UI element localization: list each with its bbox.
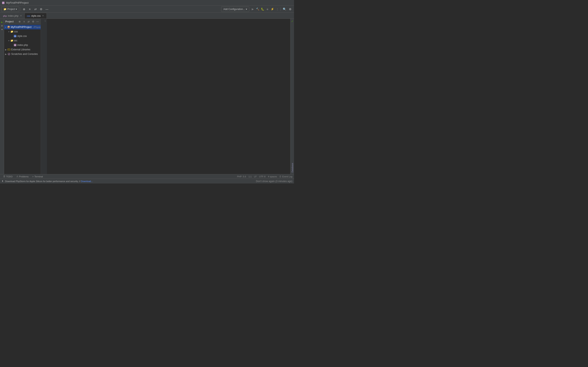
run-controls: ▶ 🔨 🐛 ◈ ⚡ ⋮ — [251, 7, 279, 11]
editor-body: 1 — [41, 19, 290, 174]
terminal-icon: > — [32, 175, 34, 178]
svg-text:P: P — [3, 2, 4, 4]
tab-php-icon: php — [3, 15, 7, 17]
tree-item-css-folder[interactable]: ▾ 📁 css — [4, 29, 41, 34]
event-log-icon: 🗒 — [279, 175, 282, 178]
editor-code[interactable] — [47, 19, 290, 174]
project-folder-icon: 📁 — [3, 8, 7, 11]
line-col-status[interactable]: 1:1 — [249, 175, 251, 178]
external-libs-icon — [7, 48, 11, 51]
editor-area: 1 — [41, 19, 290, 174]
main-toolbar: 📁 Project ▾ ⊕ ≡ ⇄ ⚙ — Add Configuration.… — [0, 6, 294, 13]
app-icon: P — [2, 1, 5, 4]
src-folder-label: src — [14, 39, 17, 42]
tab-index-php-close[interactable]: ✕ — [19, 15, 22, 17]
right-sidebar: ✓ Database — [290, 19, 294, 174]
tab-index-php[interactable]: php index.php ✕ — [1, 13, 25, 18]
terminal-tab[interactable]: > Terminal — [31, 174, 44, 179]
tab-css-icon: css — [27, 15, 30, 17]
bottom-toolbar: ☰ TODO ⚠ Problems > Terminal PHP: 5.6 1:… — [0, 174, 294, 179]
toggle-btn[interactable]: ⇄ — [33, 7, 38, 12]
tree-item-external-libraries[interactable]: ▶ External Libraries — [4, 47, 41, 52]
run-btn[interactable]: ▶ — [251, 7, 255, 11]
structure-panel-icon[interactable]: ⊞ — [0, 24, 4, 27]
panel-settings-btn[interactable]: ⚙ — [31, 20, 35, 24]
project-dropdown-label: Project ▾ — [7, 8, 17, 11]
scope-btn[interactable]: ⊕ — [21, 7, 27, 12]
project-panel-icon[interactable]: ▶ — [0, 20, 4, 24]
tree-item-src-folder[interactable]: ▾ 📁 src — [4, 38, 41, 43]
terminal-label: Terminal — [34, 175, 43, 178]
css-folder-label: css — [14, 30, 18, 33]
project-root-path: ~/PhpstormProjects/MyFirst… — [32, 26, 41, 28]
css-folder-icon: 📁 — [10, 30, 13, 33]
coverage-btn[interactable]: ◈ — [265, 7, 270, 11]
src-folder-icon: 📁 — [10, 39, 13, 42]
title-bar: P MyFirstPHPProject — [0, 0, 294, 6]
tree-item-project-root[interactable]: ▾ 📦 MyFirstPHPProject ~/PhpstormProjects… — [4, 25, 41, 29]
panel-expand-btn[interactable]: ⇄ — [27, 20, 30, 24]
project-tree: ▾ 📦 MyFirstPHPProject ~/PhpstormProjects… — [4, 25, 41, 174]
panel-close-btn[interactable]: — — [36, 20, 39, 24]
scratches-consoles-label: Scratches and Consoles — [11, 53, 38, 55]
css-folder-chevron: ▾ — [7, 31, 10, 33]
debug-btn[interactable]: 🐛 — [260, 7, 265, 11]
toolbar-sep-1 — [20, 7, 20, 11]
external-libraries-label: External Libraries — [11, 48, 30, 51]
index-php-file-icon: PHP — [13, 43, 17, 47]
project-root-icon: 📦 — [7, 25, 10, 29]
hide-panel-btn[interactable]: — — [44, 7, 50, 12]
tree-item-index-php[interactable]: PHP index.php — [4, 43, 41, 47]
project-dropdown[interactable]: 📁 Project ▾ — [1, 7, 19, 12]
problems-label: Problems — [19, 175, 29, 178]
database-panel-label[interactable]: Database — [291, 161, 294, 174]
tab-style-css-close[interactable]: ✕ — [42, 15, 44, 17]
favorites-panel-icon[interactable]: ★ — [0, 28, 4, 31]
notification-message: Download PhpStorm for Apple Silicon for … — [5, 180, 80, 183]
panel-collapse-btn[interactable]: ≡ — [22, 20, 26, 24]
window-title: MyFirstPHPProject — [6, 1, 29, 4]
indent-status[interactable]: 4 spaces — [268, 175, 277, 178]
project-root-label: MyFirstPHPProject — [11, 26, 31, 29]
event-log-label: Event Log — [282, 175, 292, 178]
more-run-btn[interactable]: ⋮ — [275, 7, 279, 11]
tree-item-scratches[interactable]: ▶ Scratches and Consoles — [4, 52, 41, 56]
notification-bar: ⬇ Download PhpStorm for Apple Silicon fo… — [0, 179, 294, 184]
search-everywhere-btn[interactable]: 🔍 — [282, 7, 287, 12]
project-panel-title: Project — [5, 20, 17, 23]
editor-tabs: php index.php ✕ css style.css ✕ — [0, 13, 294, 19]
svg-rect-6 — [8, 49, 10, 50]
panel-scope-btn[interactable]: ⊕ — [18, 20, 21, 24]
event-log-status[interactable]: 🗒 Event Log — [279, 175, 292, 178]
notification-dismiss-btn[interactable]: Don't show again (3 minutes ago) — [256, 180, 292, 183]
settings-btn[interactable]: ⚙ — [39, 7, 44, 12]
style-css-file-icon: CSS — [13, 34, 17, 38]
notification-download-link[interactable]: Download... — [81, 180, 93, 183]
profile-btn[interactable]: ⚡ — [270, 7, 275, 11]
todo-tab[interactable]: ☰ TODO — [2, 174, 14, 179]
php-version-status[interactable]: PHP: 5.6 — [237, 175, 246, 178]
tab-style-css-label: style.css — [31, 15, 41, 17]
problems-icon: ⚠ — [16, 175, 18, 178]
config-dropdown-icon: ▾ — [246, 8, 247, 11]
editor-gutter: 1 — [41, 19, 47, 174]
line-ending-status[interactable]: LF — [254, 175, 257, 178]
notification-text: Download PhpStorm for Apple Silicon for … — [5, 180, 254, 183]
scratches-chevron: ▶ — [4, 53, 7, 55]
svg-text:CSS: CSS — [14, 36, 16, 37]
tab-index-php-label: index.php — [8, 15, 18, 17]
external-libs-chevron: ▶ — [4, 49, 7, 51]
collapse-all-btn[interactable]: ≡ — [27, 7, 33, 12]
left-panel-strip: ▶ ⊞ ★ — [0, 19, 4, 174]
encoding-status[interactable]: UTF-8 — [259, 175, 265, 178]
project-chevron: ▾ — [4, 26, 7, 28]
status-bar: PHP: 5.6 1:1 LF UTF-8 4 spaces 🗒 Event L… — [237, 175, 292, 178]
tree-item-style-css[interactable]: CSS style.css — [4, 34, 41, 38]
tab-style-css[interactable]: css style.css ✕ — [25, 13, 47, 18]
problems-tab[interactable]: ⚠ Problems — [15, 174, 30, 179]
vcs-check-icon: ✓ — [291, 20, 294, 23]
bottom-tabs: ☰ TODO ⚠ Problems > Terminal — [2, 174, 44, 179]
add-configuration-btn[interactable]: Add Configuration... ▾ — [221, 7, 249, 12]
build-btn[interactable]: 🔨 — [255, 7, 260, 11]
settings-gear-btn[interactable]: ⚙ — [287, 7, 293, 12]
